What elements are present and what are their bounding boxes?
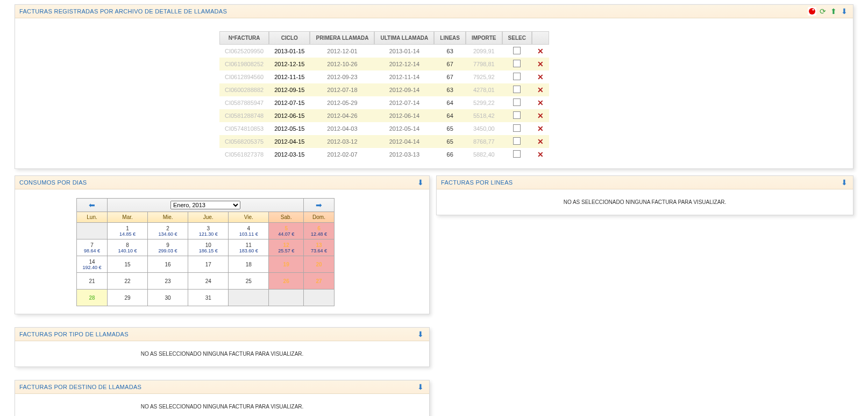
select-checkbox[interactable] <box>513 150 521 158</box>
cell-lineas: 66 <box>434 148 466 161</box>
calendar-day <box>304 290 335 306</box>
cell-nfactura: CI0581288748 <box>219 109 269 122</box>
calendar-day[interactable]: 9299.03 € <box>148 239 188 256</box>
consumos-panel-body: ⬅ Enero, 2013 ➡ Lun. Mar. <box>15 189 429 314</box>
calendar-day-number: 2 <box>148 225 188 231</box>
select-checkbox[interactable] <box>513 124 521 132</box>
col-lineas[interactable]: LINEAS <box>434 31 466 45</box>
delete-icon[interactable]: ✕ <box>537 60 544 68</box>
calendar-day[interactable]: 544.07 € <box>269 223 304 239</box>
dayhead-dom: Dom. <box>304 212 335 223</box>
calendar-day[interactable]: 612.48 € <box>304 223 335 239</box>
consumos-panel-header: CONSUMOS POR DIAS ⬇ <box>15 176 429 189</box>
collapse-icon[interactable]: ⬇ <box>416 330 425 339</box>
calendar-day-amount: 14.85 € <box>108 231 147 237</box>
delete-icon[interactable]: ✕ <box>537 47 544 55</box>
calendar-day[interactable]: 15 <box>108 256 148 273</box>
calendar-day[interactable]: 19 <box>269 256 304 273</box>
delete-icon[interactable]: ✕ <box>537 98 544 107</box>
col-selec[interactable]: SELEC <box>502 31 532 45</box>
calendar-day[interactable]: 1225.57 € <box>269 239 304 256</box>
calendar-day[interactable]: 8140.10 € <box>108 239 148 256</box>
delete-icon[interactable]: ✕ <box>537 124 544 133</box>
calendar-next-button[interactable]: ➡ <box>304 199 335 212</box>
calendar-day[interactable]: 798.64 € <box>77 239 108 256</box>
cell-importe: 3450,00 <box>466 122 502 135</box>
select-checkbox[interactable] <box>513 137 521 145</box>
table-row: CI05878859472012-07-152012-05-292012-07-… <box>219 96 549 109</box>
calendar-day[interactable]: 4103.11 € <box>229 223 269 239</box>
cell-selec <box>502 96 532 109</box>
delete-icon[interactable]: ✕ <box>537 73 544 81</box>
por-destino-header: FACTURAS POR DESTINO DE LLAMADAS ⬇ <box>15 380 429 394</box>
calendar-prev-button[interactable]: ⬅ <box>77 199 108 212</box>
col-ultima[interactable]: ULTIMA LLAMADA <box>374 31 434 45</box>
calendar-month-select[interactable]: Enero, 2013 <box>170 201 240 209</box>
select-checkbox[interactable] <box>513 98 521 106</box>
cell-selec <box>502 122 532 135</box>
calendar-day[interactable]: 31 <box>188 290 229 306</box>
cell-selec <box>502 58 532 70</box>
col-nfactura[interactable]: NºFACTURA <box>219 31 269 45</box>
calendar-day-number: 23 <box>148 278 188 284</box>
cell-nfactura: CI0625209950 <box>219 45 269 58</box>
select-checkbox[interactable] <box>513 73 521 80</box>
calendar-day-number: 20 <box>304 262 334 267</box>
calendar-day[interactable]: 30 <box>148 290 188 306</box>
select-checkbox[interactable] <box>513 86 521 93</box>
col-importe[interactable]: IMPORTE <box>466 31 502 45</box>
select-checkbox[interactable] <box>513 47 521 54</box>
calendar-day[interactable]: 21 <box>77 273 108 290</box>
delete-icon[interactable]: ✕ <box>537 86 544 94</box>
cell-ciclo: 2012-05-15 <box>269 122 310 135</box>
cell-primera: 2012-03-12 <box>310 135 374 148</box>
calendar-day[interactable]: 2134.60 € <box>148 223 188 239</box>
cell-ultima: 2012-11-14 <box>374 70 434 83</box>
delete-icon[interactable]: ✕ <box>537 111 544 120</box>
table-row: CI05682053752012-04-152012-03-122012-04-… <box>219 135 549 148</box>
col-ciclo[interactable]: CICLO <box>269 31 310 45</box>
calendar-day-number: 26 <box>269 278 303 284</box>
calendar-day[interactable]: 27 <box>304 273 335 290</box>
vodafone-icon[interactable] <box>808 7 816 16</box>
refresh-icon[interactable]: ⟳ <box>819 7 827 16</box>
calendar-day[interactable]: 24 <box>188 273 229 290</box>
calendar-day[interactable]: 14192.40 € <box>77 256 108 273</box>
invoices-panel-header: FACTURAS REGISTRADAS POR ARCHIVO DE DETA… <box>15 5 853 18</box>
select-checkbox[interactable] <box>513 111 521 119</box>
dayhead-sab: Sab. <box>269 212 304 223</box>
calendar-day[interactable]: 20 <box>304 256 335 273</box>
collapse-icon[interactable]: ⬇ <box>416 178 425 187</box>
calendar-day[interactable]: 17 <box>188 256 229 273</box>
calendar-day[interactable]: 26 <box>269 273 304 290</box>
cell-importe: 4278,01 <box>466 83 502 96</box>
cell-ultima: 2012-06-14 <box>374 109 434 122</box>
calendar-day-amount: 192.40 € <box>77 265 107 270</box>
calendar-day-number: 21 <box>77 278 107 284</box>
col-delete <box>532 31 549 45</box>
collapse-icon[interactable]: ⬇ <box>840 7 849 16</box>
table-row: CI06198082522012-12-152012-10-262012-12-… <box>219 58 549 70</box>
collapse-icon[interactable]: ⬇ <box>840 178 849 187</box>
delete-icon[interactable]: ✕ <box>537 150 544 159</box>
cell-importe: 5882,40 <box>466 148 502 161</box>
calendar-day[interactable]: 16 <box>148 256 188 273</box>
por-tipo-header: FACTURAS POR TIPO DE LLAMADAS ⬇ <box>15 328 429 341</box>
calendar-day[interactable]: 25 <box>229 273 269 290</box>
delete-icon[interactable]: ✕ <box>537 137 544 146</box>
calendar-day[interactable]: 10186.15 € <box>188 239 229 256</box>
calendar-day[interactable]: 22 <box>108 273 148 290</box>
calendar-day[interactable]: 11183.60 € <box>229 239 269 256</box>
cell-nfactura: CI0619808252 <box>219 58 269 70</box>
calendar-day[interactable]: 29 <box>108 290 148 306</box>
upload-icon[interactable]: ⬆ <box>829 7 838 16</box>
select-checkbox[interactable] <box>513 60 521 67</box>
calendar-day[interactable]: 114.85 € <box>108 223 148 239</box>
col-primera[interactable]: PRIMERA LLAMADA <box>310 31 374 45</box>
calendar-day[interactable]: 18 <box>229 256 269 273</box>
collapse-icon[interactable]: ⬇ <box>416 383 425 391</box>
calendar-day[interactable]: 3121.30 € <box>188 223 229 239</box>
calendar-day[interactable]: 28 <box>77 290 108 306</box>
calendar-day[interactable]: 23 <box>148 273 188 290</box>
calendar-day[interactable]: 1373.64 € <box>304 239 335 256</box>
